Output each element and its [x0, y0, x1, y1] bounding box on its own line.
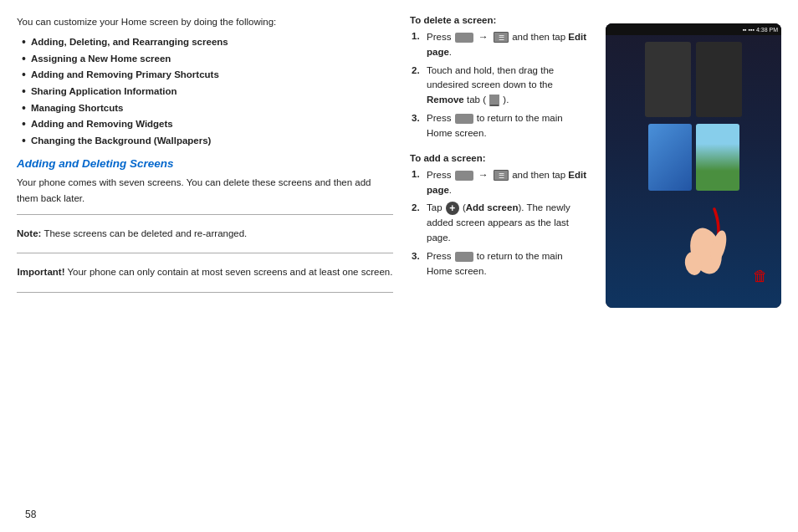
divider-3 — [17, 292, 393, 293]
add-step-2: 2. Tap + (Add screen). The newly added s… — [412, 201, 589, 245]
phone-cards-bottom — [606, 124, 781, 196]
delete-steps-list: 1. Press → ☰ and then tap Edit page. 2. … — [412, 29, 589, 141]
list-item: Adding and Removing Primary Shortcuts — [22, 67, 393, 84]
add-title: To add a screen: — [410, 153, 589, 163]
page-number: 58 — [25, 509, 36, 520]
step-content-1: Press → ☰ and then tap Edit page. — [427, 29, 589, 60]
list-item-text: Adding and Removing Widgets — [31, 116, 173, 133]
phone-screenshot: ▪▪ ▪▪▪ 4:38 PM — [606, 23, 781, 308]
important-text: Important! Your phone can only contain a… — [18, 265, 393, 279]
add-steps-list: 1. Press → ☰ and then tap Edit page. 2. … — [412, 167, 589, 279]
delete-section: To delete a screen: 1. Press → ☰ and the… — [410, 15, 589, 141]
add-step-3: 3. Press to return to the main Home scre… — [412, 249, 589, 279]
right-column: To delete a screen: 1. Press → ☰ and the… — [410, 15, 781, 517]
list-item: Adding, Deleting, and Rearranging screen… — [22, 34, 393, 51]
note-label: Note: These screens can be deleted and r… — [17, 228, 247, 238]
menu-button-icon — [455, 33, 473, 43]
intro-text: You can customize your Home screen by do… — [17, 15, 393, 29]
left-column: You can customize your Home screen by do… — [17, 15, 410, 517]
home-button-icon-2 — [455, 252, 473, 262]
list-item-text: Adding, Deleting, and Rearranging screen… — [31, 34, 228, 51]
add-step-num-3: 3. — [412, 249, 427, 264]
add-step-num-1: 1. — [412, 167, 427, 182]
phone-card-3 — [648, 124, 692, 191]
add-step-content-3: Press to return to the main Home screen. — [427, 249, 589, 279]
phone-card-2 — [696, 42, 742, 117]
phone-card-1 — [645, 42, 691, 117]
add-step-1: 1. Press → ☰ and then tap Edit page. — [412, 167, 589, 198]
step-num-3: 3. — [412, 111, 427, 126]
step-num-1: 1. — [412, 29, 427, 44]
status-time: ▪▪ ▪▪▪ 4:38 PM — [743, 27, 778, 33]
phone-screen: ▪▪ ▪▪▪ 4:38 PM — [606, 23, 781, 308]
right-text-content: To delete a screen: 1. Press → ☰ and the… — [410, 15, 597, 517]
edit-menu-icon: ☰ — [494, 32, 509, 43]
list-item-text: Managing Shortcuts — [31, 100, 124, 117]
add-step-content-1: Press → ☰ and then tap Edit page. — [427, 167, 589, 198]
arrow-icon: → — [478, 29, 489, 45]
list-item: Sharing Application Information — [22, 84, 393, 100]
delete-step-1: 1. Press → ☰ and then tap Edit page. — [412, 29, 589, 60]
divider-1 — [17, 214, 393, 215]
add-section: To add a screen: 1. Press → ☰ and then t… — [410, 153, 589, 279]
add-step-content-2: Tap + (Add screen). The newly added scre… — [427, 201, 589, 245]
note-box: Note: These screens can be deleted and r… — [17, 222, 393, 246]
status-bar: ▪▪ ▪▪▪ 4:38 PM — [606, 23, 781, 35]
section-body: Your phone comes with seven screens. You… — [17, 175, 393, 206]
step-num-2: 2. — [412, 64, 427, 79]
remove-tab-icon — [489, 95, 499, 106]
list-item-text: Adding and Removing Primary Shortcuts — [31, 67, 219, 84]
list-item-text: Assigning a New Home screen — [31, 51, 171, 68]
edit-menu-icon-2: ☰ — [494, 170, 509, 181]
phone-cards-top — [606, 35, 781, 124]
add-step-num-2: 2. — [412, 201, 427, 216]
list-item: Managing Shortcuts — [22, 100, 393, 117]
step-content-2: Touch and hold, then drag the undesired … — [427, 64, 589, 108]
arrow-icon-2: → — [478, 167, 489, 183]
list-item-text: Changing the Background (Wallpapers) — [31, 133, 212, 150]
page-container: You can customize your Home screen by do… — [0, 0, 798, 532]
hand-arrow-svg — [643, 201, 744, 284]
delete-step-2: 2. Touch and hold, then drag the undesir… — [412, 64, 589, 108]
hand-area — [606, 201, 781, 284]
delete-step-3: 3. Press to return to the main Home scre… — [412, 111, 589, 141]
phone-card-4 — [696, 124, 739, 191]
list-item: Changing the Background (Wallpapers) — [22, 133, 393, 150]
bullet-list: Adding, Deleting, and Rearranging screen… — [22, 34, 393, 149]
list-item: Adding and Removing Widgets — [22, 116, 393, 133]
step-content-3: Press to return to the main Home screen. — [427, 111, 589, 141]
list-item: Assigning a New Home screen — [22, 51, 393, 68]
home-button-icon — [455, 114, 473, 124]
add-screen-icon: + — [446, 202, 459, 215]
delete-title: To delete a screen: — [410, 15, 589, 25]
divider-2 — [17, 253, 393, 253]
menu-button-icon-2 — [455, 171, 473, 181]
list-item-text: Sharing Application Information — [31, 84, 177, 100]
important-box: Important! Your phone can only contain a… — [17, 260, 393, 284]
section-title: Adding and Deleting Screens — [17, 157, 393, 170]
